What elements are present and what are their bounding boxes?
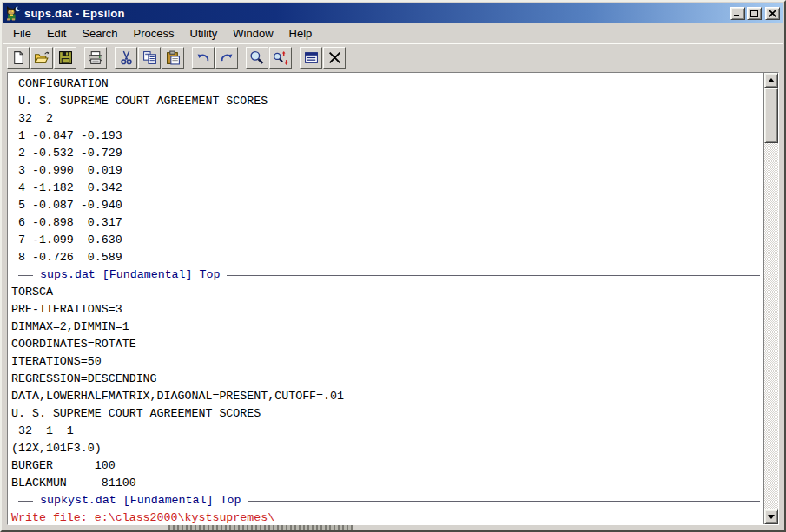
window-title: sups.dat - Epsilon: [24, 7, 727, 20]
text-line: (12X,101F3.0): [11, 440, 763, 457]
menu-item-window[interactable]: Window: [225, 25, 281, 42]
print-button[interactable]: [84, 47, 107, 69]
text-line: 2 -0.532 -0.729: [11, 145, 763, 162]
text-line: REGRESSION=DESCENDING: [11, 371, 763, 388]
scroll-up-button[interactable]: [764, 73, 778, 88]
scroll-up-icon: [768, 78, 775, 82]
menu-item-utility[interactable]: Utility: [182, 25, 226, 42]
text-line: DIMMAX=2,DIMMIN=1: [11, 319, 763, 336]
close-icon: [769, 10, 776, 17]
menu-item-edit[interactable]: Edit: [39, 25, 74, 42]
mode-line: supkyst.dat [Fundamental] Top: [11, 492, 763, 509]
text-line: 8 -0.726 0.589: [11, 249, 763, 266]
text-line: 32 1 1: [11, 423, 763, 440]
mode-line-dash: [18, 501, 33, 502]
print-icon: [88, 50, 103, 65]
search-icon: [249, 50, 265, 66]
scrollbar-thumb[interactable]: [764, 88, 778, 143]
text-line: 7 -1.099 0.630: [11, 232, 763, 249]
text-line: U. S. SUPREME COURT AGREEMENT SCORES: [11, 405, 763, 423]
undo-icon: [195, 50, 211, 65]
undo-button[interactable]: [192, 47, 215, 69]
text-line: BURGER 100: [11, 457, 763, 475]
text-line: COORDINATES=ROTATE: [11, 336, 763, 353]
scroll-down-icon: [768, 515, 775, 519]
toolbar: [2, 44, 784, 71]
echo-message-line: Write file: e:\class2000\kystsupremes\: [11, 509, 763, 524]
text-line: 32 2: [11, 110, 763, 128]
maximize-button[interactable]: [747, 7, 762, 20]
dialog-list-icon: [304, 50, 319, 65]
scrollbar-track[interactable]: [764, 143, 778, 509]
scroll-down-button[interactable]: [764, 509, 778, 524]
query-replace-button[interactable]: [269, 47, 292, 69]
redo-button[interactable]: [215, 47, 238, 69]
mode-line-dash: [18, 275, 33, 276]
close-x-icon: [327, 50, 342, 65]
screen-capture-artifact: [168, 525, 353, 530]
text-line: 1 -0.847 -0.193: [11, 128, 763, 145]
paste-icon: [166, 50, 181, 65]
vertical-scrollbar: [763, 73, 778, 524]
text-line: ITERATIONS=50: [11, 353, 763, 371]
text-line: 5 -0.087 -0.940: [11, 197, 763, 214]
redo-icon: [219, 50, 234, 65]
client-area: CONFIGURATION U. S. SUPREME COURT AGREEM…: [7, 72, 779, 525]
text-line: 4 -1.182 0.342: [11, 180, 763, 197]
minimize-button[interactable]: [730, 7, 745, 20]
title-bar[interactable]: sups.dat - Epsilon: [3, 3, 783, 23]
menu-item-help[interactable]: Help: [281, 25, 320, 42]
menu-item-file[interactable]: File: [5, 25, 39, 42]
text-line: U. S. SUPREME COURT AGREEMENT SCORES: [11, 93, 763, 110]
menu-bar: File Edit Search Process Utility Window …: [2, 23, 784, 43]
query-replace-icon: [273, 50, 288, 66]
open-file-icon: [34, 50, 50, 65]
cut-button[interactable]: [115, 47, 137, 69]
mode-line-label: supkyst.dat [Fundamental] Top: [40, 492, 241, 509]
text-line: 3 -0.990 0.019: [11, 162, 763, 180]
menu-item-search[interactable]: Search: [74, 25, 125, 42]
copy-icon: [142, 50, 157, 65]
epsilon-cat-icon: [6, 6, 21, 21]
cut-icon: [119, 50, 134, 65]
paste-button[interactable]: [162, 47, 184, 69]
mode-line-label: sups.dat [Fundamental] Top: [40, 266, 220, 284]
editor-content[interactable]: CONFIGURATION U. S. SUPREME COURT AGREEM…: [8, 73, 763, 524]
dialog-list-button[interactable]: [300, 47, 322, 69]
text-line: PRE-ITERATIONS=3: [11, 301, 763, 319]
text-line: DATA,LOWERHALFMATRIX,DIAGONAL=PRESENT,CU…: [11, 388, 763, 405]
search-button[interactable]: [246, 47, 268, 69]
text-line: 6 -0.898 0.317: [11, 214, 763, 232]
close-buffer-button[interactable]: [323, 47, 346, 69]
copy-button[interactable]: [138, 47, 161, 69]
mode-line-dash: [227, 275, 760, 276]
text-line: TORSCA: [11, 284, 763, 301]
text-line: CONFIGURATION: [11, 76, 763, 93]
maximize-icon: [750, 10, 758, 17]
close-button[interactable]: [765, 7, 780, 20]
text-line: BLACKMUN 81100: [11, 475, 763, 492]
save-file-icon: [58, 50, 73, 65]
mode-line-dash: [248, 501, 760, 502]
new-file-icon: [11, 50, 26, 65]
epsilon-window: sups.dat - Epsilon File Edit Search Proc…: [0, 0, 786, 532]
new-file-button[interactable]: [7, 47, 30, 69]
mode-line: sups.dat [Fundamental] Top: [11, 266, 763, 284]
minimize-icon: [734, 10, 742, 17]
save-file-button[interactable]: [54, 47, 76, 69]
open-file-button[interactable]: [30, 47, 53, 69]
menu-item-process[interactable]: Process: [126, 25, 182, 42]
